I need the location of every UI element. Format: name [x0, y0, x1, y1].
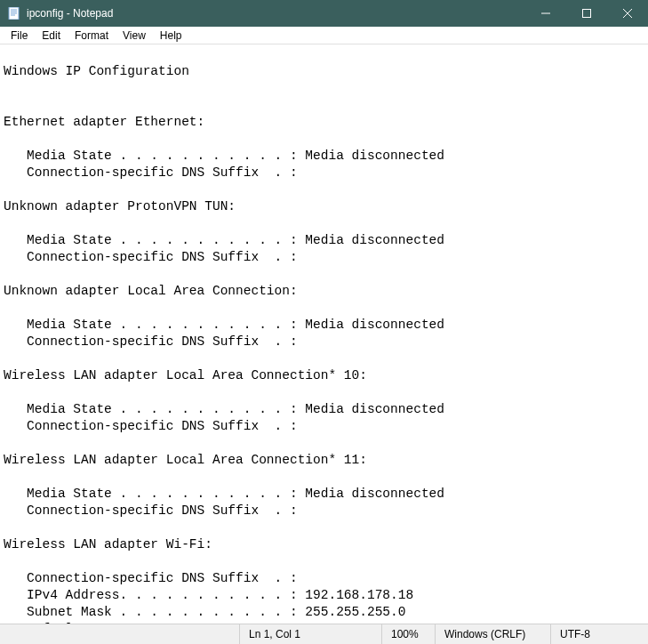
- menu-view[interactable]: View: [116, 28, 153, 44]
- close-button[interactable]: [607, 0, 648, 27]
- menu-edit[interactable]: Edit: [35, 28, 68, 44]
- titlebar: ipconfig - Notepad: [0, 0, 648, 27]
- menu-format[interactable]: Format: [68, 28, 116, 44]
- statusbar: Ln 1, Col 1 100% Windows (CRLF) UTF-8: [0, 624, 648, 644]
- menubar: File Edit Format View Help: [0, 27, 648, 44]
- status-line-ending: Windows (CRLF): [435, 624, 550, 644]
- menu-help[interactable]: Help: [153, 28, 189, 44]
- editor-container: [0, 44, 648, 624]
- status-line-col: Ln 1, Col 1: [239, 624, 381, 644]
- menu-file[interactable]: File: [4, 28, 35, 44]
- minimize-button[interactable]: [525, 0, 566, 27]
- status-encoding: UTF-8: [550, 624, 648, 644]
- text-editor[interactable]: [0, 44, 648, 624]
- window-controls: [525, 0, 648, 27]
- window-title: ipconfig - Notepad: [27, 7, 525, 20]
- status-spacer: [0, 624, 239, 644]
- status-zoom: 100%: [381, 624, 435, 644]
- notepad-icon: [7, 6, 21, 20]
- maximize-button[interactable]: [566, 0, 607, 27]
- svg-rect-6: [583, 10, 591, 18]
